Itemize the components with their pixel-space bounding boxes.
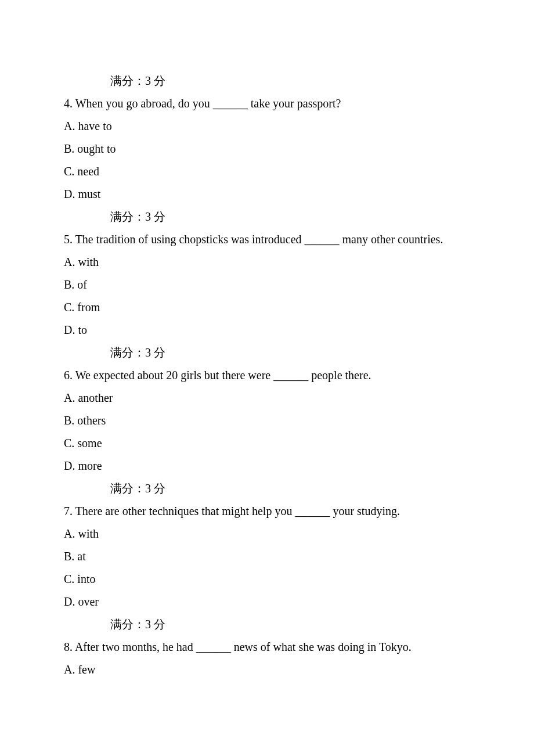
- question-5-option-b: B. of: [64, 273, 470, 296]
- question-6-option-b: B. others: [64, 409, 470, 432]
- question-7-score: 满分：3 分: [64, 613, 470, 636]
- question-4-option-d: D. must: [64, 183, 470, 206]
- question-6-option-d: D. more: [64, 455, 470, 477]
- question-7-option-d: D. over: [64, 591, 470, 613]
- question-5-option-a: A. with: [64, 251, 470, 273]
- question-4-score: 满分：3 分: [64, 206, 470, 228]
- question-5-option-c: C. from: [64, 296, 470, 319]
- question-6-score: 满分：3 分: [64, 477, 470, 500]
- question-4-option-b: B. ought to: [64, 138, 470, 160]
- question-8-text: 8. After two months, he had ______ news …: [64, 636, 470, 658]
- question-4-option-c: C. need: [64, 160, 470, 183]
- question-3-score: 满分：3 分: [64, 70, 470, 92]
- question-7-option-b: B. at: [64, 545, 470, 568]
- question-8-option-a: A. few: [64, 658, 470, 681]
- question-6-option-c: C. some: [64, 432, 470, 455]
- question-4-option-a: A. have to: [64, 115, 470, 138]
- question-7-option-c: C. into: [64, 568, 470, 591]
- question-7-option-a: A. with: [64, 523, 470, 545]
- question-6-option-a: A. another: [64, 387, 470, 409]
- question-6-text: 6. We expected about 20 girls but there …: [64, 364, 470, 387]
- question-5-option-d: D. to: [64, 319, 470, 341]
- question-5-text: 5. The tradition of using chopsticks was…: [64, 228, 470, 251]
- question-5-score: 满分：3 分: [64, 341, 470, 364]
- question-7-text: 7. There are other techniques that might…: [64, 500, 470, 523]
- question-4-text: 4. When you go abroad, do you ______ tak…: [64, 92, 470, 115]
